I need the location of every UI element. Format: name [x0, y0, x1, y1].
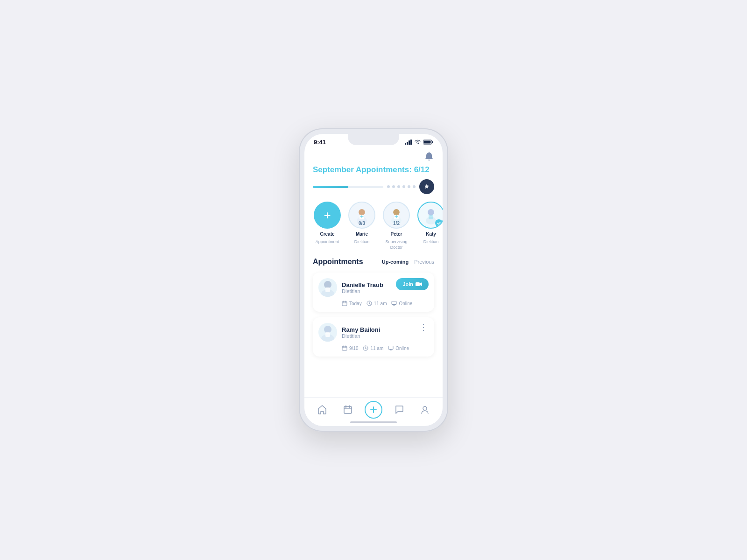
nav-chat[interactable] [390, 400, 409, 419]
svg-rect-19 [429, 215, 433, 219]
clock-icon [366, 301, 372, 306]
svg-line-46 [366, 349, 367, 350]
svg-rect-24 [325, 287, 330, 292]
nav-calendar[interactable] [338, 400, 357, 419]
card-doctor-info-2: Ramy Bailoni Dietitian [318, 323, 380, 342]
svg-rect-0 [405, 143, 406, 145]
date-meta-1: Today [342, 301, 362, 306]
svg-point-22 [324, 281, 331, 288]
section-header: Appointments Up-coming Previous [313, 258, 434, 266]
katy-avatar [417, 202, 443, 229]
progress-dot [402, 185, 405, 188]
mode-meta-1: Online [391, 301, 412, 306]
create-label-line1: Create [320, 231, 334, 237]
notch [348, 134, 399, 145]
svg-point-12 [393, 209, 400, 216]
svg-point-56 [423, 406, 427, 410]
doctor-item-peter[interactable]: 1/2 Peter Supervising Doctor [382, 202, 411, 250]
time-text-1: 11 am [374, 301, 387, 306]
nav-home[interactable] [313, 400, 331, 419]
calendar-icon [342, 301, 347, 306]
date-text-1: Today [349, 301, 362, 306]
mode-text-1: Online [399, 301, 412, 306]
danielle-name: Danielle Traub [342, 281, 383, 288]
svg-rect-34 [392, 301, 396, 305]
appointment-card-2: Ramy Bailoni Dietitian ⋮ [313, 317, 434, 357]
card-top-1: Danielle Traub Dietitian Join [318, 278, 429, 297]
progress-bar-fill [313, 186, 348, 188]
danielle-avatar [318, 278, 337, 297]
clock-icon-2 [363, 345, 368, 351]
svg-point-17 [428, 209, 434, 216]
progress-dot [397, 185, 400, 188]
appointments-title: September Appointments: 6/12 [313, 165, 434, 175]
appointments-section: Appointments Up-coming Previous [304, 258, 443, 357]
time-meta-2: 11 am [363, 345, 383, 351]
more-options-button-2[interactable]: ⋮ [418, 323, 429, 331]
create-plus-icon: + [324, 209, 331, 221]
appointment-card-1: Danielle Traub Dietitian Join [313, 273, 434, 312]
progress-dots [387, 185, 416, 188]
date-text-2: 9/10 [349, 346, 358, 351]
card-meta-1: Today 11 am [318, 301, 429, 306]
svg-rect-1 [407, 142, 408, 145]
danielle-role: Dietitian [342, 288, 383, 294]
join-button-1[interactable]: Join [396, 278, 429, 290]
wifi-icon [414, 140, 421, 145]
nav-profile[interactable] [416, 400, 434, 419]
peter-avatar: 1/2 [383, 202, 410, 229]
svg-rect-27 [342, 301, 347, 306]
svg-rect-2 [409, 140, 410, 145]
danielle-info: Danielle Traub Dietitian [342, 281, 383, 294]
time-meta-1: 11 am [366, 301, 387, 306]
card-doctor-info-1: Danielle Traub Dietitian [318, 278, 383, 297]
progress-bar-track [313, 186, 383, 188]
doctor-item-marie[interactable]: 0/3 Marie Dietitian [347, 202, 376, 250]
phone-frame: 9:41 [299, 128, 448, 432]
ramy-avatar [318, 323, 337, 342]
calendar-icon-2 [342, 345, 347, 351]
katy-name: Katy [426, 231, 436, 237]
mode-text-2: Online [395, 346, 409, 351]
svg-rect-5 [424, 141, 431, 144]
tab-upcoming[interactable]: Up-coming [382, 259, 409, 265]
nav-add[interactable] [365, 401, 382, 419]
time-text-2: 11 am [370, 346, 383, 351]
join-label: Join [402, 281, 413, 287]
section-title: Appointments [313, 258, 363, 266]
katy-role: Dietitian [423, 239, 439, 245]
mode-meta-2: Online [388, 345, 409, 351]
tab-previous[interactable]: Previous [414, 259, 434, 265]
create-appointment-item[interactable]: + Create Appointment [313, 202, 342, 250]
monitor-icon [391, 301, 397, 306]
main-content: September Appointments: 6/12 [304, 147, 443, 426]
monitor-icon-2 [388, 345, 394, 351]
ramy-name: Ramy Bailoni [342, 326, 380, 333]
battery-icon [423, 140, 433, 145]
marie-avatar: 0/3 [348, 202, 375, 229]
card-meta-2: 9/10 11 am [318, 345, 429, 351]
svg-line-33 [369, 304, 371, 305]
svg-point-7 [359, 209, 365, 216]
phone-screen: 9:41 [304, 134, 443, 426]
progress-dot [408, 185, 410, 188]
active-check-icon [435, 219, 443, 227]
peter-name: Peter [390, 231, 402, 237]
doctor-item-katy[interactable]: Katy Dietitian [416, 202, 443, 250]
svg-point-37 [324, 326, 331, 333]
header-bar [304, 147, 443, 163]
progress-dot [387, 185, 390, 188]
marie-name: Marie [356, 231, 368, 237]
ramy-info: Ramy Bailoni Dietitian [342, 326, 380, 339]
svg-rect-3 [410, 140, 412, 145]
progress-bar-container [304, 179, 443, 194]
create-label-line2: Appointment [316, 239, 339, 245]
notification-bell-icon[interactable] [424, 151, 434, 161]
svg-rect-40 [342, 346, 347, 350]
status-icons [405, 140, 433, 145]
svg-rect-39 [325, 332, 330, 337]
ramy-role: Dietitian [342, 333, 380, 339]
tab-group: Up-coming Previous [382, 259, 434, 265]
svg-rect-50 [344, 406, 352, 413]
doctors-scroll[interactable]: + Create Appointment [304, 202, 443, 258]
